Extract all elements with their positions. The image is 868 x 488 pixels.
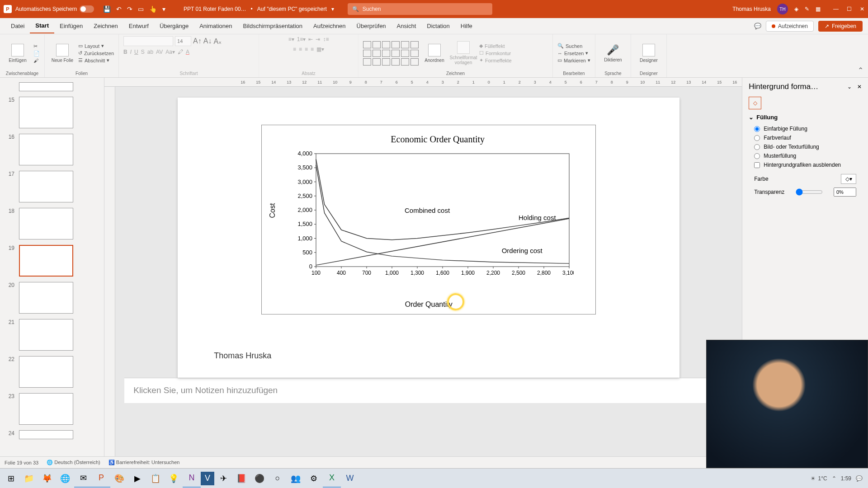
- save-icon[interactable]: 💾: [103, 5, 111, 13]
- pane-close-icon[interactable]: ✕: [857, 84, 862, 90]
- file-explorer-icon[interactable]: 📁: [20, 469, 38, 488]
- telegram-icon[interactable]: ✈: [214, 469, 232, 488]
- circle-icon[interactable]: ○: [269, 469, 287, 488]
- document-title[interactable]: PPT 01 Roter Faden 00… • Auf "diesem PC"…: [184, 6, 334, 12]
- tab-entwurf[interactable]: Entwurf: [123, 19, 154, 33]
- pattern-fill-option[interactable]: Musterfüllung: [749, 151, 862, 160]
- quick-styles-button[interactable]: Schnellformat vorlagen: [450, 38, 476, 69]
- thumbnail-22[interactable]: 22: [0, 353, 104, 390]
- redo-icon[interactable]: ↷: [127, 5, 132, 13]
- pane-collapse-icon[interactable]: ⌄: [847, 84, 852, 90]
- excel-icon[interactable]: X: [323, 469, 341, 488]
- tab-start[interactable]: Start: [30, 19, 54, 33]
- hide-bg-graphics-option[interactable]: Hintergrundgrafiken ausblenden: [749, 160, 862, 169]
- color-picker[interactable]: ◇▾: [841, 174, 856, 184]
- accessibility-checker[interactable]: ♿ Barrierefreiheit: Untersuchen: [108, 460, 180, 465]
- select-button[interactable]: ▭ Markieren ▾: [557, 57, 590, 63]
- user-name[interactable]: Thomas Hruska: [732, 6, 771, 12]
- diamond-icon[interactable]: ◈: [794, 6, 798, 12]
- tab-dictation[interactable]: Dictation: [421, 19, 455, 33]
- section-button[interactable]: ☰ Abschnitt ▾: [78, 57, 114, 63]
- thumbnail-24[interactable]: 24: [0, 427, 104, 442]
- font-color-button[interactable]: A: [186, 49, 189, 55]
- highlight-button[interactable]: 🖍: [178, 49, 183, 55]
- tab-hilfe[interactable]: Hilfe: [455, 19, 478, 33]
- case-button[interactable]: Aa▾: [165, 49, 175, 55]
- outdent-button[interactable]: ⇤: [308, 36, 313, 42]
- minimize-button[interactable]: —: [833, 6, 839, 12]
- shadow-button[interactable]: ab: [147, 49, 153, 55]
- tab-datei[interactable]: Datei: [5, 19, 30, 33]
- thumbnail-16[interactable]: 16: [0, 131, 104, 168]
- tips-icon[interactable]: 💡: [165, 469, 183, 488]
- gradient-fill-option[interactable]: Farbverlauf: [749, 133, 862, 142]
- autosave-toggle[interactable]: Automatisches Speichern: [15, 5, 94, 13]
- cut-button[interactable]: ✂: [33, 43, 40, 49]
- shape-fill-button[interactable]: ◆ Fülleffekt: [479, 43, 512, 49]
- slide-counter[interactable]: Folie 19 von 33: [5, 460, 38, 465]
- app-icon-1[interactable]: 🎨: [110, 469, 128, 488]
- comments-icon[interactable]: 💬: [754, 23, 761, 29]
- tab-aufzeichnen[interactable]: Aufzeichnen: [308, 19, 351, 33]
- copy-button[interactable]: 📄: [33, 51, 40, 56]
- shape-effects-button[interactable]: ✦ Formeffekte: [479, 57, 512, 63]
- close-button[interactable]: ✕: [860, 6, 864, 12]
- calendar-icon[interactable]: ▦: [816, 6, 821, 12]
- user-avatar[interactable]: TH: [777, 4, 788, 14]
- thumbnail-15[interactable]: 15: [0, 94, 104, 131]
- vlc-icon[interactable]: ▶: [128, 469, 146, 488]
- share-button[interactable]: ↗Freigeben: [818, 21, 863, 32]
- italic-button[interactable]: I: [130, 49, 132, 55]
- align-center-button[interactable]: ≡: [299, 46, 302, 52]
- notes-placeholder[interactable]: Klicken Sie, um Notizen hinzuzufügen: [124, 378, 733, 403]
- grow-font-icon[interactable]: A↑: [193, 37, 202, 45]
- clear-format-icon[interactable]: Aₓ: [213, 37, 222, 46]
- settings-icon[interactable]: ⚙: [305, 469, 323, 488]
- chart-frame[interactable]: Economic Order Quantity Cost 05001,0001,…: [261, 125, 596, 314]
- format-painter-button[interactable]: 🖌: [33, 58, 40, 63]
- qat-dropdown[interactable]: ▾: [162, 5, 165, 13]
- strike-button[interactable]: S: [141, 49, 145, 55]
- thumbnail-17[interactable]: 17: [0, 168, 104, 205]
- pen-icon[interactable]: ✎: [805, 6, 809, 12]
- thumbnail-23[interactable]: 23: [0, 390, 104, 427]
- indent-button[interactable]: ⇥: [316, 36, 320, 42]
- justify-button[interactable]: ≡: [311, 46, 314, 52]
- weather-widget[interactable]: ☀ 1°C: [811, 475, 827, 482]
- app-icon-2[interactable]: 📋: [146, 469, 165, 488]
- reset-button[interactable]: ↺ Zurücksetzen: [78, 50, 114, 56]
- spacing-button[interactable]: AV: [156, 49, 163, 55]
- solid-fill-option[interactable]: Einfarbige Füllung: [749, 124, 862, 133]
- line-spacing-button[interactable]: ↕≡: [323, 36, 329, 42]
- fill-section-header[interactable]: ⌄ Füllung: [749, 114, 862, 121]
- undo-icon[interactable]: ↶: [116, 5, 122, 13]
- v-icon[interactable]: V: [201, 472, 214, 485]
- maximize-button[interactable]: ☐: [847, 6, 852, 12]
- tab-animationen[interactable]: Animationen: [194, 19, 237, 33]
- fill-tab-icon[interactable]: ◇: [749, 97, 761, 109]
- touch-icon[interactable]: 👆: [149, 5, 157, 13]
- new-slide-button[interactable]: Neue Folie: [49, 38, 75, 69]
- start-button[interactable]: ⊞: [2, 469, 20, 488]
- font-family-input[interactable]: [123, 36, 173, 46]
- onenote-icon[interactable]: N: [183, 469, 201, 488]
- tab-einfuegen[interactable]: Einfügen: [54, 19, 88, 33]
- outlook-icon[interactable]: ✉: [74, 469, 92, 488]
- find-button[interactable]: 🔍 Suchen: [557, 43, 590, 49]
- notification-icon[interactable]: 💬: [856, 475, 863, 482]
- designer-button[interactable]: Designer: [636, 38, 662, 69]
- layout-button[interactable]: ▭ Layout ▾: [78, 43, 114, 49]
- transparency-value[interactable]: [834, 188, 856, 197]
- tab-ueberpruefen[interactable]: Überprüfen: [351, 19, 392, 33]
- transparency-slider[interactable]: [796, 188, 823, 196]
- pdf-icon[interactable]: 📕: [232, 469, 250, 488]
- picture-fill-option[interactable]: Bild- oder Texturfüllung: [749, 142, 862, 151]
- search-box[interactable]: 🔍: [348, 3, 492, 15]
- thumbnail-20[interactable]: 20: [0, 279, 104, 316]
- language-indicator[interactable]: 🌐 Deutsch (Österreich): [47, 460, 100, 465]
- slide-thumbnails[interactable]: 15161718192021222324: [0, 78, 104, 456]
- thumbnail-19[interactable]: 19: [0, 242, 104, 279]
- dictate-button[interactable]: 🎤Diktieren: [600, 38, 626, 69]
- slide-editor[interactable]: Economic Order Quantity Cost 05001,0001,…: [115, 87, 742, 456]
- clock[interactable]: 1:59: [841, 475, 851, 482]
